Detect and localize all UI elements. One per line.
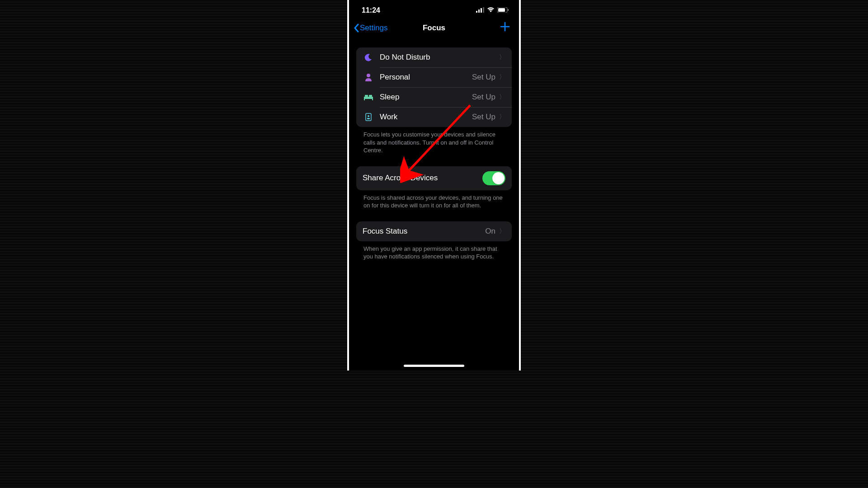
cellular-icon — [476, 6, 484, 14]
add-button[interactable] — [500, 21, 512, 35]
row-label: Do Not Disturb — [380, 53, 499, 62]
battery-icon — [497, 6, 509, 14]
row-value: Set Up — [472, 93, 495, 102]
row-label: Sleep — [380, 93, 472, 102]
focus-row-work[interactable]: Work Set Up 〉 — [356, 107, 512, 127]
svg-rect-0 — [476, 11, 477, 13]
plus-icon — [500, 22, 510, 32]
share-toggle[interactable] — [482, 171, 505, 185]
back-label: Settings — [360, 23, 387, 33]
status-right — [476, 6, 509, 14]
focus-modes-group: Do Not Disturb 〉 Personal Set Up 〉 Sleep… — [356, 47, 512, 127]
chevron-right-icon: 〉 — [499, 73, 505, 81]
svg-rect-8 — [364, 97, 373, 99]
svg-rect-1 — [478, 9, 480, 13]
bed-icon — [363, 94, 374, 100]
row-label: Personal — [380, 73, 472, 82]
row-value: Set Up — [472, 73, 495, 82]
svg-rect-5 — [498, 8, 505, 12]
share-group: Share Across Devices — [356, 166, 512, 190]
svg-rect-3 — [483, 7, 484, 13]
phone-frame: 11:24 Settings Focus — [347, 0, 521, 371]
status-footer: When you give an app permission, it can … — [356, 241, 512, 261]
svg-rect-2 — [481, 8, 482, 13]
focus-status-group: Focus Status On 〉 — [356, 221, 512, 241]
svg-rect-9 — [364, 99, 365, 100]
svg-rect-6 — [508, 9, 509, 11]
share-label: Share Across Devices — [363, 174, 482, 183]
chevron-right-icon: 〉 — [499, 227, 505, 235]
chevron-right-icon: 〉 — [499, 53, 505, 61]
svg-rect-15 — [367, 118, 370, 119]
status-value: On — [485, 227, 495, 236]
focus-footer: Focus lets you customise your devices an… — [356, 127, 512, 155]
svg-rect-12 — [369, 95, 372, 97]
focus-row-dnd[interactable]: Do Not Disturb 〉 — [356, 47, 512, 67]
focus-row-sleep[interactable]: Sleep Set Up 〉 — [356, 87, 512, 107]
content: Do Not Disturb 〉 Personal Set Up 〉 Sleep… — [349, 39, 519, 261]
home-indicator[interactable] — [404, 365, 464, 367]
share-row: Share Across Devices — [356, 166, 512, 190]
share-footer: Focus is shared across your devices, and… — [356, 190, 512, 210]
chevron-right-icon: 〉 — [499, 93, 505, 101]
nav-bar: Settings Focus — [349, 16, 519, 39]
svg-point-7 — [367, 74, 370, 77]
row-label: Work — [380, 113, 472, 122]
status-bar: 11:24 — [349, 0, 519, 16]
focus-row-personal[interactable]: Personal Set Up 〉 — [356, 67, 512, 87]
badge-icon — [363, 113, 374, 121]
status-label: Focus Status — [363, 227, 485, 236]
status-time: 11:24 — [362, 6, 380, 14]
svg-rect-10 — [372, 99, 373, 100]
page-title: Focus — [423, 23, 445, 33]
toggle-knob — [492, 172, 505, 184]
svg-rect-11 — [365, 95, 368, 97]
focus-status-row[interactable]: Focus Status On 〉 — [356, 221, 512, 241]
wifi-icon — [487, 6, 495, 14]
moon-icon — [363, 53, 374, 61]
chevron-left-icon — [354, 23, 359, 33]
person-icon — [363, 73, 374, 81]
row-value: Set Up — [472, 113, 495, 122]
chevron-right-icon: 〉 — [499, 113, 505, 121]
back-button[interactable]: Settings — [354, 23, 387, 33]
svg-point-14 — [368, 115, 369, 117]
